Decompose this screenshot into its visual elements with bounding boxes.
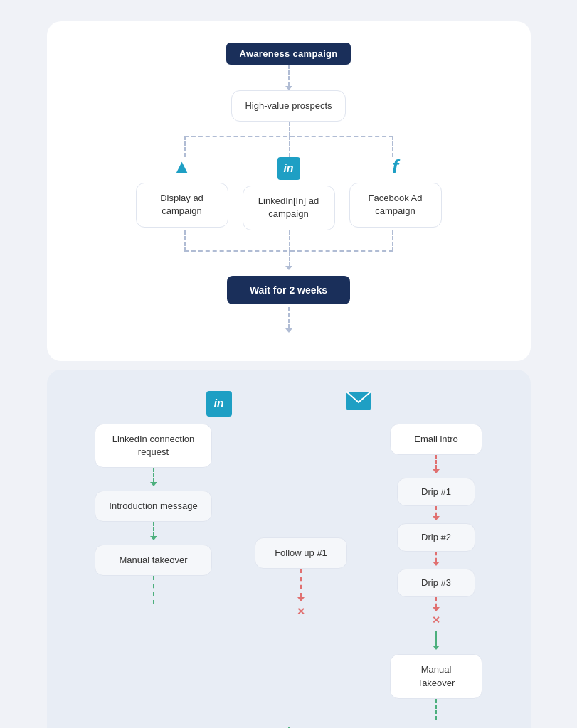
drip1-card: Drip #1	[397, 478, 475, 506]
arr-l1	[150, 482, 157, 486]
arrow-2	[285, 266, 292, 270]
linkedin-icon: in	[277, 157, 300, 180]
wait-badge: Wait for 2 weeks	[227, 276, 350, 304]
linkedin-connection-card: LinkedIn connection request	[95, 424, 212, 468]
manual-takeover-left-card: Manual takeover	[95, 545, 212, 576]
bottom-icons-row: in	[61, 391, 517, 417]
arr-l2	[150, 536, 157, 540]
connector-2	[288, 307, 290, 328]
display-ad-card: Display ad campaign	[136, 183, 228, 227]
flow-container: Awareness campaign High-value prospects	[47, 21, 531, 728]
arrow-3	[285, 328, 292, 333]
conn-l1	[153, 468, 154, 482]
arr-fu	[297, 597, 305, 601]
conn-r4	[435, 597, 437, 607]
arr-r2	[433, 516, 440, 520]
right-col: Email intro Drip #1 Drip #2 Drip #3	[390, 424, 482, 720]
email-icon	[346, 391, 371, 417]
merge-connector	[139, 230, 438, 266]
facebook-icon: f	[392, 157, 398, 177]
branch-facebook: f Facebook Ad campaign	[349, 157, 442, 230]
conn-fu	[300, 569, 302, 597]
conn-l2	[153, 522, 154, 536]
arr-r4	[433, 607, 440, 611]
bottom-two-col: LinkedIn connection request Introduction…	[61, 424, 517, 720]
follow-up-card: Follow up #1	[255, 537, 347, 569]
connector-1	[288, 65, 290, 86]
linkedin-ad-card: LinkedIn[In] ad campaign	[243, 186, 335, 230]
x-mark-right: ✕	[432, 614, 440, 626]
left-col: LinkedIn connection request Introduction…	[95, 424, 212, 720]
follow-up-col: Follow up #1 ✕	[255, 537, 347, 720]
split-connector	[139, 122, 438, 157]
manual-takeover-right-card: Manual Takeover	[390, 654, 482, 698]
conn-r2	[435, 506, 437, 516]
branch-linkedin: in LinkedIn[In] ad campaign	[243, 157, 335, 230]
top-section: Awareness campaign High-value prospects	[47, 21, 531, 361]
conn-r3	[435, 552, 437, 562]
arr-r3	[433, 562, 440, 566]
conn-r5	[435, 631, 437, 646]
conn-r1	[435, 455, 437, 469]
drip3-card: Drip #3	[397, 569, 475, 597]
high-value-card: High-value prospects	[231, 90, 345, 122]
facebook-ad-card: Facebook Ad campaign	[349, 183, 442, 227]
awareness-badge: Awareness campaign	[226, 43, 350, 65]
conn-l3	[153, 576, 154, 604]
intro-message-card: Introduction message	[95, 491, 212, 522]
branch-adroll: ▲ Display ad campaign	[136, 157, 228, 230]
drip2-card: Drip #2	[397, 523, 475, 552]
x-mark-left: ✕	[297, 606, 305, 617]
arr-r5	[433, 646, 440, 650]
branch-row: ▲ Display ad campaign in LinkedIn[In] ad…	[139, 157, 438, 230]
conn-r6	[435, 699, 437, 720]
email-intro-card: Email intro	[390, 424, 482, 455]
linkedin-bottom-icon: in	[206, 391, 232, 417]
arr-r1	[433, 469, 440, 473]
bottom-section: in LinkedIn connection request Introduct…	[47, 370, 531, 728]
adroll-icon: ▲	[172, 157, 192, 177]
